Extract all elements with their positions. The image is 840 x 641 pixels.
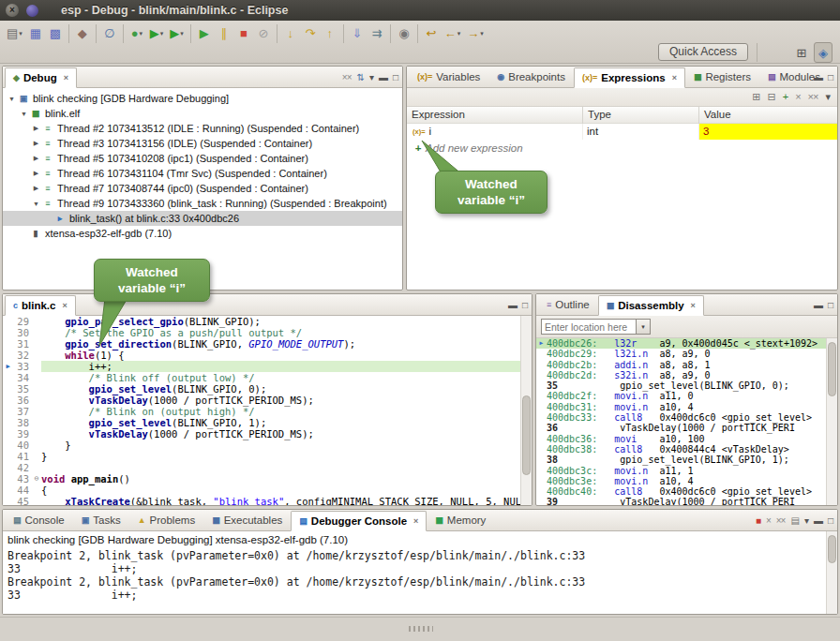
save-icon[interactable]: ▦ [26, 23, 45, 44]
code-line[interactable]: 32 while(1) { [3, 350, 520, 361]
add-expression-row[interactable]: + Add new expression [407, 140, 837, 156]
disassembly-scrollbar[interactable] [826, 338, 837, 505]
column-header-expression[interactable]: Expression [407, 107, 583, 124]
close-tab-icon[interactable]: × [413, 516, 418, 526]
disassembly-line[interactable]: 35 gpio_set_level(BLINK_GPIO, 0); [536, 380, 826, 391]
code-line[interactable]: 36 vTaskDelay(1000 / portTICK_PERIOD_MS)… [3, 395, 520, 406]
forward-icon[interactable]: →▾ [464, 23, 487, 44]
debug-tree-item[interactable]: ▼≡Thread #9 1073433360 (blink_task : Run… [3, 196, 402, 211]
window-close-button[interactable]: × [6, 4, 19, 17]
minimize-icon[interactable]: ▬ [814, 514, 822, 527]
disassembly-line[interactable]: 39 vTaskDelay(1000 / portTICK_PERI [536, 497, 826, 505]
scrollbar-thumb[interactable] [828, 535, 836, 563]
remove-selected-icon[interactable]: × [795, 91, 800, 103]
close-tab-icon[interactable]: × [672, 73, 677, 82]
view-menu-icon[interactable]: ▾ [825, 91, 830, 103]
column-header-value[interactable]: Value [699, 107, 837, 124]
disassembly-line[interactable]: 400dbc3e: movi.n a10, 4 [536, 476, 826, 486]
tab-blink-c[interactable]: cblink.c× [5, 295, 76, 316]
disassembly-line[interactable]: 400dbc31: movi.n a10, 4 [536, 402, 826, 412]
remove-all-icon[interactable]: ×× [808, 91, 818, 103]
maximize-icon[interactable]: □ [828, 299, 832, 311]
skip-all-breakpoints-icon[interactable]: ∅ [100, 23, 119, 44]
tab-executables[interactable]: ▦Executables [203, 510, 291, 530]
back-icon[interactable]: ←▾ [442, 23, 464, 44]
code-line[interactable]: 31 gpio_set_direction(BLINK_GPIO, GPIO_M… [3, 338, 520, 350]
remove-all-terminated-icon[interactable]: ×× [342, 71, 352, 83]
disassembly-line[interactable]: 400dbc36: movi a10, 100 [536, 434, 826, 444]
splitter-grip[interactable] [409, 626, 433, 632]
step-over-icon[interactable]: ↷ [301, 23, 320, 44]
close-tab-icon[interactable]: × [691, 301, 696, 310]
suspend-icon[interactable]: ∥ [215, 23, 233, 44]
debug-tree-item[interactable]: ▮xtensa-esp32-elf-gdb (7.10) [3, 226, 402, 241]
console-scrollbar[interactable] [826, 531, 837, 614]
tab-expressions[interactable]: (x)=Expressions× [574, 67, 685, 88]
fold-icon[interactable]: ⊖ [32, 473, 41, 484]
collapse-icon[interactable]: ▼ [19, 111, 29, 117]
tab-disassembly[interactable]: ▦Disassembly× [598, 295, 704, 316]
view-menu-icon[interactable]: ▾ [369, 71, 373, 83]
show-type-names-icon[interactable]: ⊞ [752, 91, 759, 103]
location-dropdown-icon[interactable]: ▾ [637, 319, 651, 335]
collapse-icon[interactable]: ▼ [31, 201, 41, 207]
code-line[interactable]: 30 /* Set the GPIO as a push/pull output… [3, 327, 520, 338]
tab-registers[interactable]: ▦Registers [685, 67, 759, 87]
clear-console-icon[interactable]: ▤ [790, 514, 798, 527]
collapse-icon[interactable]: ▼ [7, 96, 17, 102]
editor-scrollbar[interactable] [520, 316, 532, 505]
remove-launch-icon[interactable]: × [766, 514, 771, 527]
step-into-icon[interactable]: ↓ [281, 23, 300, 44]
maximize-icon[interactable]: □ [828, 514, 832, 527]
view-menu-icon[interactable]: ▾ [804, 514, 808, 527]
code-line[interactable]: 42 [3, 462, 520, 473]
close-tab-icon[interactable]: × [62, 301, 67, 310]
minimize-icon[interactable]: ▬ [814, 299, 822, 311]
debug-tree-item[interactable]: ▶≡Thread #7 1073408744 (ipc0) (Suspended… [3, 181, 402, 196]
scrollbar-thumb[interactable] [828, 342, 836, 396]
code-line[interactable]: 37 /* Blink on (output high) */ [3, 406, 520, 417]
thread-presentation-icon[interactable]: ⇅ [357, 71, 364, 83]
dropdown-arrow-icon[interactable]: ▾ [19, 30, 22, 37]
code-line[interactable]: 41} [3, 451, 520, 462]
code-line[interactable]: 29 gpio_pad_select_gpio(BLINK_GPIO); [3, 316, 520, 327]
code-line[interactable]: 44{ [3, 484, 520, 496]
console-output[interactable]: blink checking [GDB Hardware Debugging] … [3, 531, 826, 614]
column-header-type[interactable]: Type [583, 107, 699, 124]
run-icon[interactable]: ▶▾ [147, 23, 167, 44]
expand-icon[interactable]: ▶ [31, 140, 41, 147]
disconnect-icon[interactable]: ⊘ [254, 23, 273, 44]
code-line[interactable]: 38 gpio_set_level(BLINK_GPIO, 1); [3, 417, 520, 428]
debug-perspective-icon[interactable]: ◈ [814, 42, 832, 63]
tab-memory[interactable]: ▦Memory [427, 510, 494, 530]
debug-icon[interactable]: ●▾ [128, 23, 146, 44]
debug-tree-item[interactable]: ▼▣blink checking [GDB Hardware Debugging… [3, 91, 402, 106]
terminate-icon[interactable]: ■ [756, 514, 760, 527]
debug-tree-item[interactable]: ▸blink_task() at blink.c:33 0x400dbc26 [3, 211, 402, 226]
debug-tree-item[interactable]: ▶≡Thread #6 1073431104 (Tmr Svc) (Suspen… [3, 166, 402, 181]
code-line[interactable]: 34 /* Blink off (output low) */ [3, 372, 520, 383]
location-input[interactable] [541, 319, 637, 335]
code-line[interactable]: 40 } [3, 440, 520, 451]
scrollbar-thumb[interactable] [522, 395, 531, 475]
save-all-icon[interactable]: ▩ [46, 23, 65, 44]
dropdown-arrow-icon[interactable]: ▾ [139, 30, 142, 37]
debug-tree-item[interactable]: ▶≡Thread #2 1073413512 (IDLE : Running) … [3, 121, 402, 136]
tab-tasks[interactable]: ▣Tasks [73, 510, 129, 530]
code-line[interactable]: 35 gpio_set_level(BLINK_GPIO, 0); [3, 383, 520, 395]
drop-to-frame-icon[interactable]: ⇓ [348, 23, 367, 44]
close-tab-icon[interactable]: × [64, 73, 68, 82]
debug-tree-item[interactable]: ▶≡Thread #5 1073410208 (ipc1) (Suspended… [3, 151, 402, 166]
disassembly-listing[interactable]: ▶400dbc26: l32r a9, 0x400d045c <_stext+1… [536, 338, 826, 505]
disassembly-line[interactable]: 36 vTaskDelay(1000 / portTICK_PERI [536, 423, 826, 433]
disassembly-line[interactable]: 400dbc2b: addi.n a8, a8, 1 [536, 360, 826, 370]
dropdown-arrow-icon[interactable]: ▾ [160, 30, 164, 37]
minimize-icon[interactable]: ▬ [508, 299, 517, 311]
maximize-icon[interactable]: □ [522, 299, 527, 311]
dropdown-arrow-icon[interactable]: ▾ [458, 30, 461, 37]
remove-all-launches-icon[interactable]: ×× [776, 514, 786, 527]
terminate-icon[interactable]: ■ [234, 23, 253, 44]
resume-icon[interactable]: ▶ [195, 23, 214, 44]
search-icon[interactable]: ◉ [395, 23, 413, 44]
external-tools-icon[interactable]: ▶▾ [167, 23, 187, 44]
